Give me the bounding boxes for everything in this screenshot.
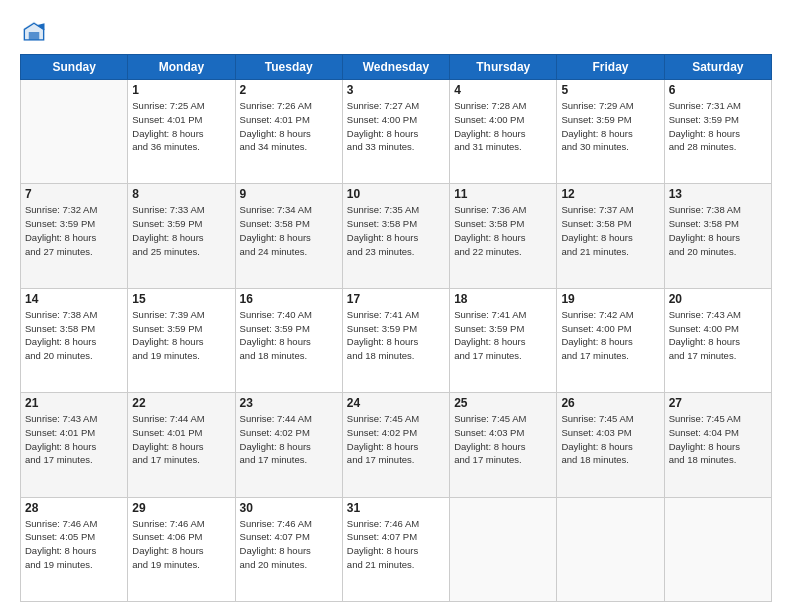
weekday-header-monday: Monday	[128, 55, 235, 80]
day-detail: Sunrise: 7:27 AM Sunset: 4:00 PM Dayligh…	[347, 99, 445, 154]
day-detail: Sunrise: 7:26 AM Sunset: 4:01 PM Dayligh…	[240, 99, 338, 154]
day-number: 5	[561, 83, 659, 97]
calendar-cell: 5Sunrise: 7:29 AM Sunset: 3:59 PM Daylig…	[557, 80, 664, 184]
day-number: 4	[454, 83, 552, 97]
day-number: 16	[240, 292, 338, 306]
calendar-cell: 11Sunrise: 7:36 AM Sunset: 3:58 PM Dayli…	[450, 184, 557, 288]
day-detail: Sunrise: 7:40 AM Sunset: 3:59 PM Dayligh…	[240, 308, 338, 363]
day-detail: Sunrise: 7:38 AM Sunset: 3:58 PM Dayligh…	[25, 308, 123, 363]
day-detail: Sunrise: 7:46 AM Sunset: 4:07 PM Dayligh…	[347, 517, 445, 572]
calendar-cell	[664, 497, 771, 601]
day-detail: Sunrise: 7:45 AM Sunset: 4:03 PM Dayligh…	[454, 412, 552, 467]
day-number: 17	[347, 292, 445, 306]
week-row-3: 14Sunrise: 7:38 AM Sunset: 3:58 PM Dayli…	[21, 288, 772, 392]
day-number: 25	[454, 396, 552, 410]
week-row-1: 1Sunrise: 7:25 AM Sunset: 4:01 PM Daylig…	[21, 80, 772, 184]
calendar-cell: 18Sunrise: 7:41 AM Sunset: 3:59 PM Dayli…	[450, 288, 557, 392]
day-detail: Sunrise: 7:46 AM Sunset: 4:06 PM Dayligh…	[132, 517, 230, 572]
day-detail: Sunrise: 7:32 AM Sunset: 3:59 PM Dayligh…	[25, 203, 123, 258]
calendar-cell: 23Sunrise: 7:44 AM Sunset: 4:02 PM Dayli…	[235, 393, 342, 497]
calendar-cell: 19Sunrise: 7:42 AM Sunset: 4:00 PM Dayli…	[557, 288, 664, 392]
day-number: 13	[669, 187, 767, 201]
calendar-table: SundayMondayTuesdayWednesdayThursdayFrid…	[20, 54, 772, 602]
day-number: 8	[132, 187, 230, 201]
calendar-cell: 7Sunrise: 7:32 AM Sunset: 3:59 PM Daylig…	[21, 184, 128, 288]
calendar-cell: 9Sunrise: 7:34 AM Sunset: 3:58 PM Daylig…	[235, 184, 342, 288]
day-number: 20	[669, 292, 767, 306]
day-detail: Sunrise: 7:29 AM Sunset: 3:59 PM Dayligh…	[561, 99, 659, 154]
day-detail: Sunrise: 7:35 AM Sunset: 3:58 PM Dayligh…	[347, 203, 445, 258]
calendar-cell: 22Sunrise: 7:44 AM Sunset: 4:01 PM Dayli…	[128, 393, 235, 497]
header	[20, 18, 772, 46]
calendar-cell: 20Sunrise: 7:43 AM Sunset: 4:00 PM Dayli…	[664, 288, 771, 392]
day-number: 24	[347, 396, 445, 410]
day-number: 18	[454, 292, 552, 306]
calendar-cell: 13Sunrise: 7:38 AM Sunset: 3:58 PM Dayli…	[664, 184, 771, 288]
day-detail: Sunrise: 7:45 AM Sunset: 4:02 PM Dayligh…	[347, 412, 445, 467]
day-detail: Sunrise: 7:42 AM Sunset: 4:00 PM Dayligh…	[561, 308, 659, 363]
day-number: 31	[347, 501, 445, 515]
calendar-cell: 24Sunrise: 7:45 AM Sunset: 4:02 PM Dayli…	[342, 393, 449, 497]
day-detail: Sunrise: 7:38 AM Sunset: 3:58 PM Dayligh…	[669, 203, 767, 258]
day-detail: Sunrise: 7:44 AM Sunset: 4:01 PM Dayligh…	[132, 412, 230, 467]
day-number: 23	[240, 396, 338, 410]
svg-rect-3	[29, 32, 40, 40]
calendar-cell: 30Sunrise: 7:46 AM Sunset: 4:07 PM Dayli…	[235, 497, 342, 601]
day-detail: Sunrise: 7:34 AM Sunset: 3:58 PM Dayligh…	[240, 203, 338, 258]
day-number: 14	[25, 292, 123, 306]
weekday-header-tuesday: Tuesday	[235, 55, 342, 80]
calendar-cell: 6Sunrise: 7:31 AM Sunset: 3:59 PM Daylig…	[664, 80, 771, 184]
calendar-cell: 17Sunrise: 7:41 AM Sunset: 3:59 PM Dayli…	[342, 288, 449, 392]
day-detail: Sunrise: 7:36 AM Sunset: 3:58 PM Dayligh…	[454, 203, 552, 258]
calendar-cell: 21Sunrise: 7:43 AM Sunset: 4:01 PM Dayli…	[21, 393, 128, 497]
day-number: 11	[454, 187, 552, 201]
calendar-cell: 16Sunrise: 7:40 AM Sunset: 3:59 PM Dayli…	[235, 288, 342, 392]
day-number: 7	[25, 187, 123, 201]
day-detail: Sunrise: 7:44 AM Sunset: 4:02 PM Dayligh…	[240, 412, 338, 467]
calendar-cell: 10Sunrise: 7:35 AM Sunset: 3:58 PM Dayli…	[342, 184, 449, 288]
week-row-2: 7Sunrise: 7:32 AM Sunset: 3:59 PM Daylig…	[21, 184, 772, 288]
day-number: 1	[132, 83, 230, 97]
day-number: 15	[132, 292, 230, 306]
day-detail: Sunrise: 7:41 AM Sunset: 3:59 PM Dayligh…	[347, 308, 445, 363]
day-detail: Sunrise: 7:39 AM Sunset: 3:59 PM Dayligh…	[132, 308, 230, 363]
day-number: 12	[561, 187, 659, 201]
day-number: 19	[561, 292, 659, 306]
logo	[20, 18, 52, 46]
calendar-cell	[21, 80, 128, 184]
day-detail: Sunrise: 7:46 AM Sunset: 4:05 PM Dayligh…	[25, 517, 123, 572]
day-detail: Sunrise: 7:31 AM Sunset: 3:59 PM Dayligh…	[669, 99, 767, 154]
day-number: 22	[132, 396, 230, 410]
calendar-cell: 26Sunrise: 7:45 AM Sunset: 4:03 PM Dayli…	[557, 393, 664, 497]
calendar-cell: 31Sunrise: 7:46 AM Sunset: 4:07 PM Dayli…	[342, 497, 449, 601]
day-number: 10	[347, 187, 445, 201]
day-number: 29	[132, 501, 230, 515]
day-number: 21	[25, 396, 123, 410]
day-number: 6	[669, 83, 767, 97]
day-detail: Sunrise: 7:28 AM Sunset: 4:00 PM Dayligh…	[454, 99, 552, 154]
day-detail: Sunrise: 7:45 AM Sunset: 4:04 PM Dayligh…	[669, 412, 767, 467]
calendar-cell: 29Sunrise: 7:46 AM Sunset: 4:06 PM Dayli…	[128, 497, 235, 601]
weekday-header-saturday: Saturday	[664, 55, 771, 80]
day-detail: Sunrise: 7:45 AM Sunset: 4:03 PM Dayligh…	[561, 412, 659, 467]
page: SundayMondayTuesdayWednesdayThursdayFrid…	[0, 0, 792, 612]
weekday-header-friday: Friday	[557, 55, 664, 80]
calendar-cell: 2Sunrise: 7:26 AM Sunset: 4:01 PM Daylig…	[235, 80, 342, 184]
week-row-5: 28Sunrise: 7:46 AM Sunset: 4:05 PM Dayli…	[21, 497, 772, 601]
calendar-cell: 8Sunrise: 7:33 AM Sunset: 3:59 PM Daylig…	[128, 184, 235, 288]
day-number: 30	[240, 501, 338, 515]
calendar-cell: 15Sunrise: 7:39 AM Sunset: 3:59 PM Dayli…	[128, 288, 235, 392]
weekday-header-row: SundayMondayTuesdayWednesdayThursdayFrid…	[21, 55, 772, 80]
day-number: 2	[240, 83, 338, 97]
day-detail: Sunrise: 7:37 AM Sunset: 3:58 PM Dayligh…	[561, 203, 659, 258]
day-detail: Sunrise: 7:43 AM Sunset: 4:01 PM Dayligh…	[25, 412, 123, 467]
weekday-header-wednesday: Wednesday	[342, 55, 449, 80]
weekday-header-sunday: Sunday	[21, 55, 128, 80]
day-number: 3	[347, 83, 445, 97]
calendar-cell	[557, 497, 664, 601]
calendar-cell: 4Sunrise: 7:28 AM Sunset: 4:00 PM Daylig…	[450, 80, 557, 184]
calendar-cell: 14Sunrise: 7:38 AM Sunset: 3:58 PM Dayli…	[21, 288, 128, 392]
day-detail: Sunrise: 7:43 AM Sunset: 4:00 PM Dayligh…	[669, 308, 767, 363]
day-number: 27	[669, 396, 767, 410]
weekday-header-thursday: Thursday	[450, 55, 557, 80]
